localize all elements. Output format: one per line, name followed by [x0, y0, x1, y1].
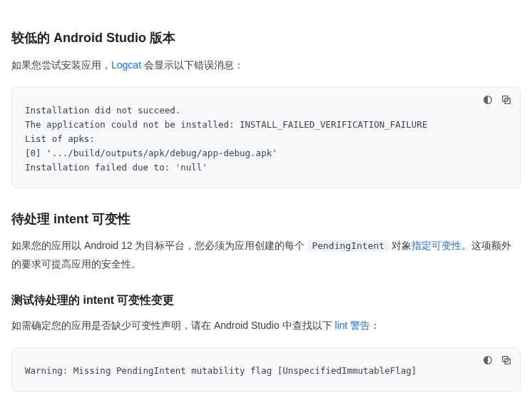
theme-toggle-icon[interactable]: [480, 352, 496, 368]
code-content: Warning: Missing PendingIntent mutabilit…: [25, 364, 507, 378]
copy-icon[interactable]: [498, 352, 514, 368]
text: 会显示以下错误消息：: [141, 59, 244, 71]
paragraph-lint-warning: 如需确定您的应用是否缺少可变性声明，请在 Android Studio 中查找以…: [11, 317, 521, 335]
theme-toggle-icon[interactable]: [480, 92, 496, 108]
heading-test-mutability-change: 测试待处理的 intent 可变性变更: [11, 290, 521, 310]
text: 对象: [389, 240, 411, 251]
text: ：: [370, 320, 380, 331]
paragraph-pending-intent: 如果您的应用以 Android 12 为目标平台，您必须为应用创建的每个 Pen…: [11, 237, 521, 272]
code-actions: [480, 352, 514, 368]
specify-mutability-link[interactable]: 指定可变性: [411, 240, 461, 251]
paragraph-logcat: 如果您尝试安装应用，Logcat 会显示以下错误消息：: [11, 56, 521, 74]
codeblock-lint-warning: Warning: Missing PendingIntent mutabilit…: [11, 347, 521, 392]
codeblock-install-error: Installation did not succeed. The applic…: [11, 87, 521, 188]
text: 如需确定您的应用是否缺少可变性声明，请在 Android Studio 中查找以…: [11, 320, 335, 331]
code-actions: [480, 92, 514, 108]
code-content: Installation did not succeed. The applic…: [25, 103, 507, 175]
heading-pending-intent-mutability: 待处理 intent 可变性: [11, 208, 521, 230]
heading-older-android-studio: 较低的 Android Studio 版本: [11, 27, 521, 49]
lint-warning-link[interactable]: lint 警告: [335, 320, 371, 331]
logcat-link[interactable]: Logcat: [111, 59, 141, 71]
pendingintent-code: PendingIntent: [307, 240, 389, 252]
text: 如果您的应用以 Android 12 为目标平台，您必须为应用创建的每个: [11, 240, 307, 251]
text: 如果您尝试安装应用，: [11, 59, 111, 71]
copy-icon[interactable]: [498, 92, 514, 108]
